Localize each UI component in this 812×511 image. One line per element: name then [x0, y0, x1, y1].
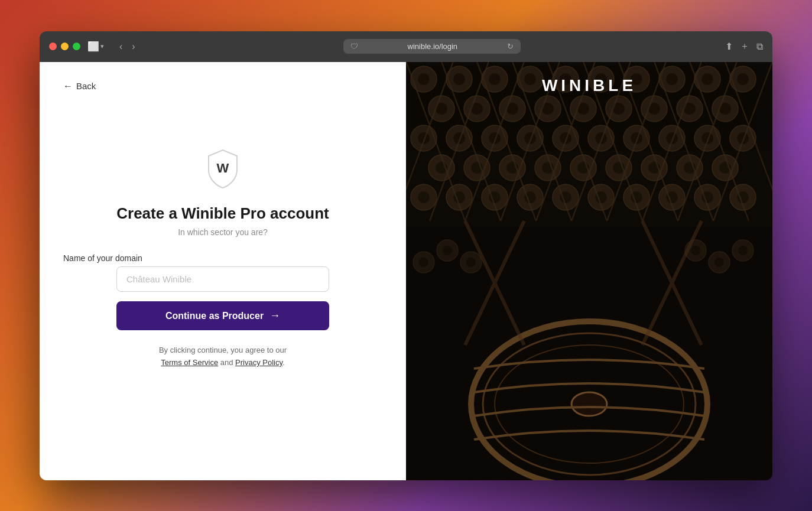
url-text: winible.io/login: [363, 42, 502, 51]
brand-logo: W: [204, 148, 242, 190]
share-icon[interactable]: ⬆: [725, 41, 733, 52]
browser-content: ← Back W Create a Winible Pro account In…: [40, 62, 772, 480]
browser-toolbar: ⬜ ▾ ‹ › 🛡 winible.io/login ↻ ⬆ ＋ ⧉: [40, 31, 772, 62]
domain-input[interactable]: [116, 266, 329, 292]
svg-point-21: [737, 73, 749, 85]
svg-point-122: [571, 392, 607, 416]
back-link[interactable]: ← Back: [63, 81, 382, 92]
continue-producer-button[interactable]: Continue as Producer →: [116, 301, 329, 330]
nav-buttons: ‹ ›: [116, 39, 139, 54]
svg-point-5: [453, 73, 465, 85]
address-bar[interactable]: 🛡 winible.io/login ↻: [343, 39, 521, 54]
left-panel: ← Back W Create a Winible Pro account In…: [40, 62, 406, 480]
svg-point-126: [443, 246, 452, 255]
back-arrow-icon: ←: [63, 81, 73, 92]
svg-point-124: [419, 258, 428, 267]
sidebar-toggle[interactable]: ⬜ ▾: [87, 41, 104, 52]
continue-label: Continue as Producer: [165, 311, 264, 321]
terms-text: By clicking continue, you agree to our T…: [159, 344, 287, 369]
svg-point-17: [666, 73, 678, 85]
arrow-icon: →: [269, 310, 280, 322]
toolbar-right: ⬆ ＋ ⧉: [725, 40, 763, 53]
svg-text:W: W: [217, 161, 229, 175]
svg-point-132: [714, 258, 724, 267]
privacy-policy-link[interactable]: Privacy Policy: [235, 358, 282, 367]
svg-point-19: [701, 73, 713, 85]
browser-window: ⬜ ▾ ‹ › 🛡 winible.io/login ↻ ⬆ ＋ ⧉ ← Bac…: [40, 31, 772, 480]
svg-point-128: [466, 258, 476, 267]
terms-of-service-link[interactable]: Terms of Service: [161, 358, 218, 367]
page-subtitle: In which sector you are?: [178, 227, 268, 237]
svg-point-134: [738, 246, 748, 255]
cellar-background: [406, 62, 772, 480]
terms-and: and: [220, 358, 233, 367]
tabs-icon[interactable]: ⧉: [756, 41, 763, 52]
close-dot[interactable]: [49, 43, 57, 50]
form-container: W Create a Winible Pro account In which …: [63, 92, 382, 461]
new-tab-icon[interactable]: ＋: [740, 40, 749, 53]
back-label: Back: [76, 81, 96, 91]
back-button[interactable]: ‹: [116, 39, 126, 54]
address-bar-container: 🛡 winible.io/login ↻: [146, 39, 718, 54]
domain-label: Name of your domain: [63, 253, 276, 263]
svg-point-130: [691, 246, 700, 255]
minimize-dot[interactable]: [61, 43, 69, 50]
svg-point-79: [418, 191, 430, 203]
refresh-icon[interactable]: ↻: [507, 42, 514, 51]
security-icon: 🛡: [350, 42, 358, 51]
svg-point-7: [489, 73, 501, 85]
terms-prefix: By clicking continue, you agree to our: [159, 346, 287, 354]
right-panel: WINIBLE: [406, 62, 772, 480]
maximize-dot[interactable]: [73, 43, 80, 50]
forward-button[interactable]: ›: [128, 39, 138, 54]
page-title: Create a Winible Pro account: [116, 204, 329, 223]
brand-title: WINIBLE: [542, 76, 636, 95]
window-controls: [49, 43, 80, 50]
svg-point-3: [418, 73, 430, 85]
svg-point-9: [524, 73, 536, 85]
